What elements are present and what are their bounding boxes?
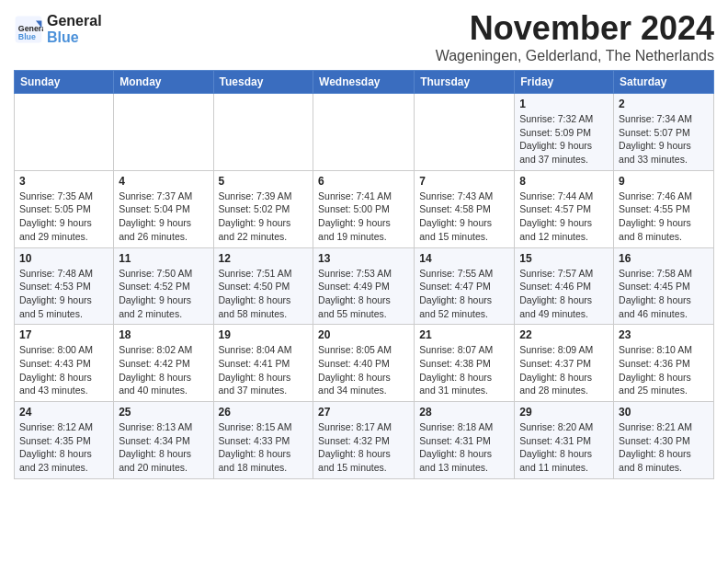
day-info: Sunrise: 7:57 AM Sunset: 4:46 PM Dayligh… xyxy=(519,267,609,321)
day-number: 29 xyxy=(519,406,609,419)
day-info: Sunrise: 8:00 AM Sunset: 4:43 PM Dayligh… xyxy=(19,343,108,397)
logo: General Blue General Blue xyxy=(14,13,102,46)
calendar-cell: 9Sunrise: 7:46 AM Sunset: 4:55 PM Daylig… xyxy=(614,170,714,247)
calendar-cell: 12Sunrise: 7:51 AM Sunset: 4:50 PM Dayli… xyxy=(213,247,313,325)
day-info: Sunrise: 8:04 AM Sunset: 4:41 PM Dayligh… xyxy=(219,343,309,397)
calendar-cell: 15Sunrise: 7:57 AM Sunset: 4:46 PM Dayli… xyxy=(515,247,614,325)
day-info: Sunrise: 7:58 AM Sunset: 4:45 PM Dayligh… xyxy=(619,267,709,321)
day-number: 30 xyxy=(619,406,709,419)
day-number: 21 xyxy=(419,328,509,341)
day-info: Sunrise: 7:32 AM Sunset: 5:09 PM Dayligh… xyxy=(519,112,609,167)
day-info: Sunrise: 8:18 AM Sunset: 4:31 PM Dayligh… xyxy=(419,420,509,475)
day-number: 18 xyxy=(119,328,208,341)
day-info: Sunrise: 7:34 AM Sunset: 5:07 PM Dayligh… xyxy=(619,112,709,167)
calendar-cell: 28Sunrise: 8:18 AM Sunset: 4:31 PM Dayli… xyxy=(415,402,515,479)
day-info: Sunrise: 8:17 AM Sunset: 4:32 PM Dayligh… xyxy=(318,420,409,475)
header-day-monday: Monday xyxy=(114,71,213,94)
calendar-cell: 29Sunrise: 8:20 AM Sunset: 4:31 PM Dayli… xyxy=(515,402,614,479)
day-number: 23 xyxy=(619,328,709,341)
calendar-cell: 8Sunrise: 7:44 AM Sunset: 4:57 PM Daylig… xyxy=(515,170,614,247)
logo-icon: General Blue xyxy=(14,15,43,44)
week-row-3: 17Sunrise: 8:00 AM Sunset: 4:43 PM Dayli… xyxy=(15,325,714,402)
day-info: Sunrise: 7:39 AM Sunset: 5:02 PM Dayligh… xyxy=(219,190,309,244)
day-number: 13 xyxy=(318,252,409,265)
calendar-cell: 17Sunrise: 8:00 AM Sunset: 4:43 PM Dayli… xyxy=(15,325,114,402)
calendar-cell: 19Sunrise: 8:04 AM Sunset: 4:41 PM Dayli… xyxy=(213,325,313,402)
day-info: Sunrise: 7:53 AM Sunset: 4:49 PM Dayligh… xyxy=(318,267,409,321)
day-number: 24 xyxy=(19,406,108,419)
day-info: Sunrise: 7:48 AM Sunset: 4:53 PM Dayligh… xyxy=(19,267,108,321)
day-info: Sunrise: 7:46 AM Sunset: 4:55 PM Dayligh… xyxy=(619,190,709,244)
day-number: 8 xyxy=(519,175,609,188)
calendar-cell xyxy=(415,94,515,171)
day-info: Sunrise: 8:20 AM Sunset: 4:31 PM Dayligh… xyxy=(519,420,609,475)
day-info: Sunrise: 8:13 AM Sunset: 4:34 PM Dayligh… xyxy=(119,420,208,475)
day-number: 11 xyxy=(119,252,208,265)
day-info: Sunrise: 8:07 AM Sunset: 4:38 PM Dayligh… xyxy=(419,343,509,397)
day-info: Sunrise: 7:37 AM Sunset: 5:04 PM Dayligh… xyxy=(119,190,208,244)
day-info: Sunrise: 7:43 AM Sunset: 4:58 PM Dayligh… xyxy=(419,190,509,244)
day-number: 5 xyxy=(219,175,309,188)
calendar-cell xyxy=(213,94,313,171)
calendar-cell: 14Sunrise: 7:55 AM Sunset: 4:47 PM Dayli… xyxy=(415,247,515,325)
calendar-cell: 7Sunrise: 7:43 AM Sunset: 4:58 PM Daylig… xyxy=(415,170,515,247)
calendar-cell: 10Sunrise: 7:48 AM Sunset: 4:53 PM Dayli… xyxy=(15,247,114,325)
week-row-4: 24Sunrise: 8:12 AM Sunset: 4:35 PM Dayli… xyxy=(15,402,714,479)
calendar-cell: 18Sunrise: 8:02 AM Sunset: 4:42 PM Dayli… xyxy=(114,325,213,402)
title-block: November 2024 Wageningen, Gelderland, Th… xyxy=(436,9,714,64)
day-number: 20 xyxy=(318,328,409,341)
day-info: Sunrise: 7:50 AM Sunset: 4:52 PM Dayligh… xyxy=(119,267,208,321)
calendar-cell: 6Sunrise: 7:41 AM Sunset: 5:00 PM Daylig… xyxy=(313,170,415,247)
day-number: 12 xyxy=(219,252,309,265)
calendar-header: SundayMondayTuesdayWednesdayThursdayFrid… xyxy=(15,71,714,94)
day-info: Sunrise: 8:12 AM Sunset: 4:35 PM Dayligh… xyxy=(19,420,108,475)
header-day-tuesday: Tuesday xyxy=(213,71,313,94)
calendar-cell: 24Sunrise: 8:12 AM Sunset: 4:35 PM Dayli… xyxy=(15,402,114,479)
week-row-2: 10Sunrise: 7:48 AM Sunset: 4:53 PM Dayli… xyxy=(15,247,714,325)
header-day-thursday: Thursday xyxy=(415,71,515,94)
day-number: 3 xyxy=(19,175,108,188)
day-info: Sunrise: 8:09 AM Sunset: 4:37 PM Dayligh… xyxy=(519,343,609,397)
day-info: Sunrise: 7:41 AM Sunset: 5:00 PM Dayligh… xyxy=(318,190,409,244)
day-number: 10 xyxy=(19,252,108,265)
day-info: Sunrise: 8:21 AM Sunset: 4:30 PM Dayligh… xyxy=(619,420,709,475)
day-number: 1 xyxy=(519,98,609,110)
day-number: 6 xyxy=(318,175,409,188)
calendar-cell: 30Sunrise: 8:21 AM Sunset: 4:30 PM Dayli… xyxy=(614,402,714,479)
header-row: SundayMondayTuesdayWednesdayThursdayFrid… xyxy=(15,71,714,94)
calendar-cell xyxy=(313,94,415,171)
day-number: 14 xyxy=(419,252,509,265)
calendar-cell: 4Sunrise: 7:37 AM Sunset: 5:04 PM Daylig… xyxy=(114,170,213,247)
month-title: November 2024 xyxy=(436,9,714,48)
day-number: 4 xyxy=(119,175,208,188)
day-number: 25 xyxy=(119,406,208,419)
calendar-cell: 21Sunrise: 8:07 AM Sunset: 4:38 PM Dayli… xyxy=(415,325,515,402)
day-number: 22 xyxy=(519,328,609,341)
calendar-cell: 3Sunrise: 7:35 AM Sunset: 5:05 PM Daylig… xyxy=(15,170,114,247)
day-info: Sunrise: 7:44 AM Sunset: 4:57 PM Dayligh… xyxy=(519,190,609,244)
day-number: 26 xyxy=(219,406,309,419)
calendar-cell: 16Sunrise: 7:58 AM Sunset: 4:45 PM Dayli… xyxy=(614,247,714,325)
calendar-cell xyxy=(114,94,213,171)
day-number: 15 xyxy=(519,252,609,265)
day-number: 27 xyxy=(318,406,409,419)
day-info: Sunrise: 8:05 AM Sunset: 4:40 PM Dayligh… xyxy=(318,343,409,397)
calendar-cell: 1Sunrise: 7:32 AM Sunset: 5:09 PM Daylig… xyxy=(515,94,614,171)
calendar-cell: 27Sunrise: 8:17 AM Sunset: 4:32 PM Dayli… xyxy=(313,402,415,479)
calendar-cell: 25Sunrise: 8:13 AM Sunset: 4:34 PM Dayli… xyxy=(114,402,213,479)
calendar-cell xyxy=(15,94,114,171)
day-number: 28 xyxy=(419,406,509,419)
day-info: Sunrise: 8:10 AM Sunset: 4:36 PM Dayligh… xyxy=(619,343,709,397)
calendar-cell: 26Sunrise: 8:15 AM Sunset: 4:33 PM Dayli… xyxy=(213,402,313,479)
header-day-saturday: Saturday xyxy=(614,71,714,94)
calendar-cell: 2Sunrise: 7:34 AM Sunset: 5:07 PM Daylig… xyxy=(614,94,714,171)
svg-text:Blue: Blue xyxy=(18,32,36,41)
calendar-cell: 20Sunrise: 8:05 AM Sunset: 4:40 PM Dayli… xyxy=(313,325,415,402)
location-title: Wageningen, Gelderland, The Netherlands xyxy=(436,48,714,64)
day-number: 19 xyxy=(219,328,309,341)
calendar-cell: 23Sunrise: 8:10 AM Sunset: 4:36 PM Dayli… xyxy=(614,325,714,402)
calendar-cell: 5Sunrise: 7:39 AM Sunset: 5:02 PM Daylig… xyxy=(213,170,313,247)
day-number: 16 xyxy=(619,252,709,265)
calendar-cell: 22Sunrise: 8:09 AM Sunset: 4:37 PM Dayli… xyxy=(515,325,614,402)
week-row-0: 1Sunrise: 7:32 AM Sunset: 5:09 PM Daylig… xyxy=(15,94,714,171)
